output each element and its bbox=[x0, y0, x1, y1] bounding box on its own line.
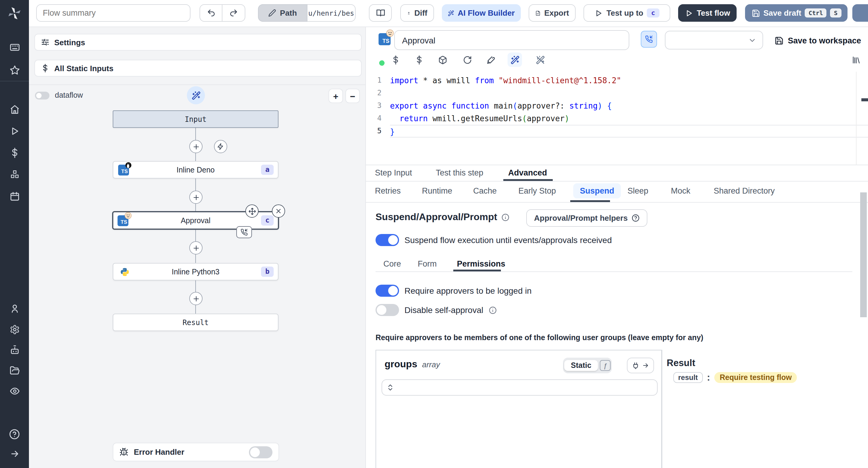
ai-assist-off-icon[interactable] bbox=[536, 56, 545, 64]
suspend-flow-toggle[interactable] bbox=[375, 234, 399, 246]
flow-summary-input[interactable] bbox=[36, 4, 190, 22]
code-line-5[interactable]: 5} bbox=[366, 125, 868, 138]
save-draft-button[interactable]: Save draft Ctrl S bbox=[745, 4, 847, 22]
result-key-badge[interactable]: result bbox=[673, 372, 703, 383]
delete-step-button[interactable] bbox=[272, 204, 285, 218]
error-handler-toggle[interactable] bbox=[249, 446, 273, 458]
package-icon[interactable] bbox=[438, 56, 447, 64]
node-input[interactable]: Input bbox=[113, 110, 278, 128]
suspend-phone-button[interactable] bbox=[641, 31, 657, 48]
test-flow-button[interactable]: Test flow bbox=[678, 4, 737, 22]
variables-dollar-icon[interactable] bbox=[0, 148, 29, 158]
folders-icon[interactable] bbox=[0, 365, 29, 376]
tab-runtime[interactable]: Runtime bbox=[422, 186, 453, 196]
deploy-button-partial[interactable] bbox=[852, 4, 868, 22]
library-icon[interactable] bbox=[852, 56, 861, 64]
format-brush-icon[interactable] bbox=[487, 56, 495, 64]
flow-settings-row[interactable]: Settings bbox=[34, 34, 362, 51]
ai-assist-wand-button[interactable] bbox=[507, 53, 522, 67]
test-up-to-button[interactable]: Test up to c bbox=[584, 4, 670, 22]
users-icon[interactable] bbox=[0, 303, 29, 314]
add-step-button[interactable] bbox=[189, 241, 203, 255]
add-step-button[interactable] bbox=[189, 140, 203, 153]
workspace-icon[interactable] bbox=[0, 42, 29, 53]
zoom-in-button[interactable]: + bbox=[329, 89, 343, 103]
approval-prompt-helpers-button[interactable]: Approval/Prompt helpers bbox=[526, 209, 648, 227]
dataflow-label: dataflow bbox=[55, 91, 83, 99]
workers-bot-icon[interactable] bbox=[0, 345, 29, 355]
tab-form[interactable]: Form bbox=[418, 259, 437, 268]
add-step-button[interactable] bbox=[189, 292, 203, 305]
suspend-phone-badge bbox=[236, 226, 252, 238]
zoom-out-button[interactable]: − bbox=[345, 89, 360, 103]
path-button[interactable]: Path bbox=[258, 4, 307, 22]
tab-core[interactable]: Core bbox=[383, 259, 401, 268]
docs-book-button[interactable] bbox=[369, 4, 392, 22]
require-login-toggle[interactable] bbox=[375, 285, 399, 297]
expand-sidebar-icon[interactable] bbox=[0, 449, 29, 459]
redo-button[interactable] bbox=[222, 4, 245, 22]
panel-scrollbar-thumb[interactable] bbox=[860, 193, 867, 317]
home-icon[interactable] bbox=[0, 104, 29, 115]
tab-cache[interactable]: Cache bbox=[473, 186, 497, 196]
info-icon[interactable] bbox=[501, 213, 509, 221]
favorites-star-icon[interactable] bbox=[0, 65, 29, 76]
audit-logs-eye-icon[interactable] bbox=[0, 386, 29, 396]
trigger-zap-button[interactable] bbox=[214, 140, 227, 153]
code-line-2[interactable]: 2 bbox=[366, 87, 868, 99]
save-to-workspace-button[interactable]: Save to workspace bbox=[771, 33, 865, 48]
minimap-divider bbox=[856, 72, 857, 165]
schedules-calendar-icon[interactable] bbox=[0, 191, 29, 201]
reset-rotate-icon[interactable] bbox=[463, 56, 472, 64]
ai-flow-builder-button[interactable]: AI Flow Builder bbox=[442, 4, 521, 22]
diff-button[interactable]: Diff bbox=[400, 4, 434, 22]
static-function-toggle[interactable]: Static ƒ bbox=[563, 358, 612, 373]
tab-shared-directory[interactable]: Shared Directory bbox=[714, 186, 775, 196]
settings-gear-icon[interactable] bbox=[0, 324, 29, 335]
error-handler-row[interactable]: Error Handler bbox=[113, 443, 279, 461]
field-name: groups bbox=[384, 359, 417, 370]
runs-play-icon[interactable] bbox=[0, 126, 29, 136]
tab-early-stop[interactable]: Early Stop bbox=[518, 186, 556, 196]
help-icon[interactable] bbox=[0, 429, 29, 440]
wand-sparkles-icon bbox=[448, 9, 454, 17]
tab-step-input[interactable]: Step Input bbox=[375, 168, 412, 177]
script-kind-select[interactable] bbox=[665, 31, 763, 50]
add-step-button[interactable] bbox=[189, 191, 203, 204]
resources-dollar-icon[interactable] bbox=[415, 56, 424, 64]
code-line-1[interactable]: 1import * as wmill from "windmill-client… bbox=[366, 74, 868, 87]
code-editor[interactable]: 1import * as wmill from "windmill-client… bbox=[366, 72, 868, 165]
tab-mock[interactable]: Mock bbox=[671, 186, 690, 196]
node-result[interactable]: Result bbox=[113, 314, 278, 331]
path-value[interactable]: u/henri/bes bbox=[307, 4, 355, 22]
undo-button[interactable] bbox=[199, 4, 222, 22]
plug-connect-button[interactable] bbox=[627, 358, 654, 373]
tab-permissions[interactable]: Permissions bbox=[457, 259, 505, 268]
tab-retries[interactable]: Retries bbox=[375, 186, 401, 196]
subtabs-border bbox=[366, 202, 868, 203]
info-icon[interactable] bbox=[489, 306, 496, 314]
step-name-input[interactable] bbox=[394, 30, 629, 50]
static-option[interactable]: Static bbox=[564, 360, 598, 371]
dataflow-toggle[interactable] bbox=[35, 91, 50, 99]
ai-graph-wand-button[interactable] bbox=[187, 86, 205, 104]
windmill-logo-icon[interactable] bbox=[0, 6, 29, 21]
code-line-4[interactable]: 4 return wmill.getResumeUrls(approver) bbox=[366, 112, 868, 125]
disable-self-approval-toggle[interactable] bbox=[375, 304, 399, 316]
tab-suspend[interactable]: Suspend bbox=[573, 183, 621, 198]
tab-advanced[interactable]: Advanced bbox=[508, 168, 547, 177]
code-line-3[interactable]: 3export async function main(approver?: s… bbox=[366, 99, 868, 112]
export-button[interactable]: Export bbox=[529, 4, 576, 22]
node-inline-deno[interactable]: TS Inline Deno a bbox=[113, 161, 278, 178]
groups-array-input[interactable] bbox=[381, 379, 658, 396]
variables-dollar-icon[interactable] bbox=[391, 56, 400, 64]
editor-scroll-indicator[interactable] bbox=[861, 98, 868, 101]
node-inline-python[interactable]: Inline Python3 b bbox=[113, 263, 278, 281]
move-step-handle[interactable] bbox=[245, 204, 258, 218]
resources-cubes-icon[interactable] bbox=[0, 170, 29, 180]
play-icon bbox=[685, 9, 693, 17]
tab-sleep[interactable]: Sleep bbox=[627, 186, 648, 196]
tab-test-this-step[interactable]: Test this step bbox=[436, 168, 484, 177]
all-static-inputs-row[interactable]: All Static Inputs bbox=[34, 60, 362, 77]
function-icon[interactable]: ƒ bbox=[600, 360, 611, 371]
